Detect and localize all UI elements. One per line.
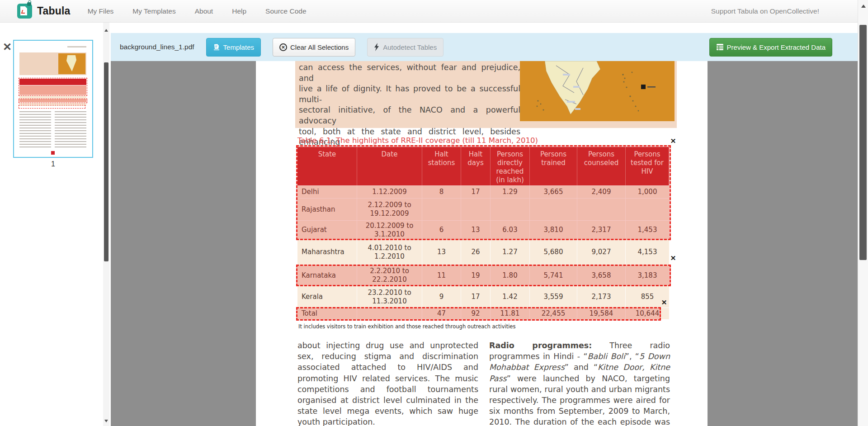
circled-x-icon: ✕ [279,43,287,51]
scroll-up-arrow-icon[interactable] [861,5,866,8]
brand-title: Tabula [37,5,71,17]
table-cell: 23.2.2010 to 11.3.2010 [357,286,422,308]
thumb-paragraph-block [19,52,86,75]
table-cell: 5,680 [530,239,577,265]
text-segment: Radio programmes: [489,341,592,350]
scroll-down-arrow-icon[interactable] [104,420,108,422]
thumb-header-line [67,46,86,47]
table-cell: Kerala [297,286,357,308]
thumb-selection-box [19,99,87,103]
nav-help[interactable]: Help [232,7,246,15]
thumbnail-sidebar: ✕ 1 [0,23,111,426]
thumb-text-columns [19,111,86,147]
sidebar-scrollbar-thumb[interactable] [104,62,108,261]
selection-box[interactable] [296,265,671,286]
text-segment: ” and “ [565,363,598,372]
tabula-logo-icon [17,4,32,19]
table-cell: 1.27 [491,239,530,265]
table-cell: 3,559 [530,286,577,308]
scroll-up-arrow-icon[interactable] [104,29,108,32]
spreadsheet-icon [716,43,724,51]
nav-links: My Files My Templates About Help Source … [88,7,307,15]
table-row: Maharashtra 4.01.2010 to 1.2.2010 13 26 … [297,239,669,265]
intro-paragraph-block: can access the services, without fear an… [295,61,677,128]
templates-button[interactable]: Templates [206,38,261,57]
table-cell: 1.42 [491,286,530,308]
export-button-label: Preview & Export Extracted Data [727,43,826,51]
brand-link[interactable]: Tabula [17,4,71,19]
table-cell: 4,153 [626,239,669,265]
template-file-icon [213,43,220,51]
thumb-map [58,53,85,74]
table-cell: 17 [461,286,491,308]
preview-export-button[interactable]: Preview & Export Extracted Data [709,38,832,57]
tabula-app: Tabula My Files My Templates About Help … [0,0,868,426]
table-cell: 9,027 [577,239,626,265]
page-number-label: 1 [13,160,93,168]
clear-all-selections-button[interactable]: ✕ Clear All Selections [273,38,355,57]
navbar: Tabula My Files My Templates About Help … [0,0,858,23]
autodetect-tables-button[interactable]: Autodetect Tables [367,38,443,57]
filename-label: background_lines_1.pdf [120,43,194,51]
table-cell: 4.01.2010 to 1.2.2010 [357,239,422,265]
body-text-right-column: Radio programmes: Three radio programmes… [489,340,670,426]
support-link[interactable]: Support Tabula on OpenCollective! [711,7,819,15]
pdf-viewer: can access the services, without fear an… [111,61,858,426]
clear-button-label: Clear All Selections [290,43,349,51]
india-map-image [520,61,675,121]
map-legend-swatch [641,85,646,89]
toolbar: background_lines_1.pdf Templates ✕ Clear… [111,33,858,61]
text-segment: ”, “ [625,352,639,361]
table-title: Table 6.1: The highlights of RRE-II cove… [297,136,538,145]
table-cell: 9 [422,286,461,308]
nav-source-code[interactable]: Source Code [265,7,306,15]
text-segment: ” were launched by NACO, targeting rural… [489,374,670,426]
remove-selection-icon[interactable]: ✕ [670,137,677,145]
table-footnote: It includes visitors to train exhibition… [298,323,515,330]
text-segment: Babli Boli [587,352,625,361]
window-scrollbar[interactable] [858,0,868,426]
table-row: Kerala 23.2.2010 to 11.3.2010 9 17 1.42 … [297,286,669,308]
nav-about[interactable]: About [195,7,213,15]
selection-box[interactable] [296,307,661,321]
sidebar-scrollbar[interactable] [103,23,109,426]
remove-selection-icon[interactable]: ✕ [670,255,677,262]
templates-button-label: Templates [223,43,254,51]
nav-my-files[interactable]: My Files [88,7,114,15]
table-cell: 26 [461,239,491,265]
autodetect-button-label: Autodetect Tables [383,43,437,51]
pdf-page[interactable]: can access the services, without fear an… [256,61,708,426]
table-cell: 13 [422,239,461,265]
table-cell: 2,173 [577,286,626,308]
table-cell: Maharashtra [297,239,357,265]
thumb-page-number-mark [51,151,55,155]
selection-box[interactable] [296,145,671,240]
window-scrollbar-thumb[interactable] [859,25,867,260]
nav-my-templates[interactable]: My Templates [132,7,175,15]
page-thumbnail[interactable] [13,40,93,158]
close-page-icon[interactable]: ✕ [3,42,12,52]
remove-selection-icon[interactable]: ✕ [660,299,668,306]
body-text-left-column: about injecting drug use and unprotected… [297,340,478,426]
thumb-selection-box [19,105,85,109]
thumb-selection-box [19,78,87,96]
lightning-bolt-icon [374,43,380,51]
